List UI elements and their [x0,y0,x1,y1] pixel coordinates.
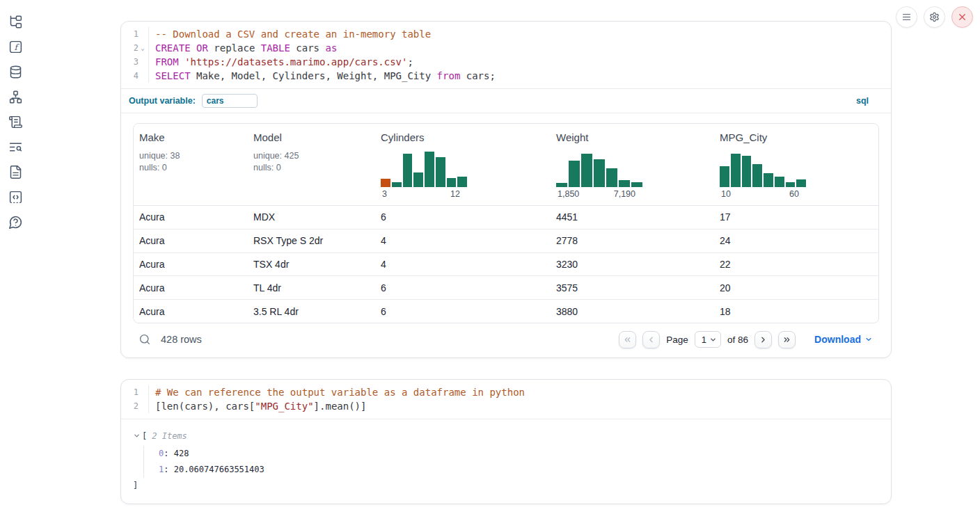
sidebar: f [0,0,31,230]
python-cell: 1# We can reference the output variable … [120,379,892,504]
column-header-make[interactable]: Makeunique: 38nulls: 0 [134,124,248,205]
column-stat: unique: 38 [139,150,180,162]
scroll-icon[interactable] [8,114,23,129]
table-row[interactable]: AcuraMDX6445117 [134,206,878,229]
histogram-bar[interactable] [457,177,467,187]
token-kw: from [437,70,461,81]
column-header-model[interactable]: Modelunique: 425nulls: 0 [248,124,375,205]
histogram-bar[interactable] [775,177,784,187]
histogram-bar[interactable] [556,183,567,187]
settings-button[interactable] [924,6,945,28]
first-page-button[interactable] [619,331,636,348]
sql-code-editor[interactable]: 1-- Download a CSV and create an in-memo… [121,22,891,88]
page-label: Page [666,335,688,345]
output-tree-root: [ 2 Items [133,430,880,442]
download-button[interactable]: Download [814,334,873,345]
histogram-bar[interactable] [392,182,402,187]
language-badge[interactable]: sql [856,96,869,106]
table-cell: Acura [134,230,248,252]
previous-page-button[interactable] [642,331,660,348]
table-row[interactable]: Acura3.5 RL 4dr6388018 [134,299,878,323]
code-text: [len(cars), cars["MPG_City"].mean()] [148,399,891,413]
code-line: 3FROM 'https://datasets.marimo.app/cars.… [121,55,891,69]
table-row[interactable]: AcuraTL 4dr6357520 [134,275,878,299]
next-page-button[interactable] [754,331,772,348]
table-cell: 24 [714,230,878,252]
python-code-editor[interactable]: 1# We can reference the output variable … [121,380,891,419]
column-header-mpg_city[interactable]: MPG_City1060 [714,124,878,205]
output-entry: 0: 428 [159,446,880,462]
histogram-bar[interactable] [381,179,390,187]
histogram-bar[interactable] [786,182,796,187]
row-count: 428 rows [161,334,202,345]
table-cell: 4 [375,253,551,276]
download-label: Download [814,334,861,345]
histogram-bar[interactable] [619,180,630,187]
histogram-bar[interactable] [594,159,605,187]
gutter: 2⌄ [121,41,147,55]
histogram-bar[interactable] [796,179,806,187]
notebook: 1-- Download a CSV and create an in-memo… [120,21,892,504]
snippets-icon[interactable] [8,189,23,204]
page-number-select[interactable]: 1 [695,331,721,348]
histogram-bar[interactable] [606,168,617,187]
token-str: 'https://datasets.marimo.app/cars.csv' [184,56,407,67]
table-cell: MDX [248,206,375,229]
histogram-bar[interactable] [403,154,413,187]
histogram-bars [720,151,806,187]
token-str: "MPG_City" [255,401,313,412]
chevron-down-icon [864,335,873,344]
histogram-bar[interactable] [631,182,642,187]
histogram-bar[interactable] [425,152,434,187]
function-icon[interactable]: f [8,39,23,54]
file-tree-icon[interactable] [8,14,23,29]
table-cell: Acura [134,253,248,276]
shutdown-button[interactable] [951,6,973,28]
code-text: FROM 'https://datasets.marimo.app/cars.c… [148,55,891,69]
histogram-bar[interactable] [742,156,752,187]
search-icon[interactable] [139,333,151,346]
last-page-button[interactable] [778,331,796,348]
table-row[interactable]: AcuraRSX Type S 2dr4277824 [134,229,878,252]
fold-icon[interactable]: ⌄ [139,41,147,55]
table-footer: 428 rows Page 1 of 86 [121,323,891,357]
token-plain: ; [407,56,413,67]
pagination: Page 1 of 86 Download [619,331,873,348]
table-row[interactable]: AcuraTSX 4dr4323022 [134,252,878,276]
histogram-bar[interactable] [731,154,741,187]
document-icon[interactable] [8,164,23,179]
code-text: # We can reference the output variable a… [148,385,891,399]
histogram-bar[interactable] [720,166,729,187]
axis-min-label: 3 [382,189,387,199]
token-kw: OR [196,42,208,54]
histogram-bar[interactable] [752,164,762,187]
histogram-axis-labels: 312 [381,187,467,199]
menu-button[interactable] [896,6,917,28]
gutter: 4 [121,69,147,83]
table-cell: 6 [375,276,551,299]
output-tree-entries: 0: 4281: 20.060747663551403 [143,446,880,478]
table-cell: 3880 [551,300,714,323]
histogram-bar[interactable] [569,161,580,187]
table-cell: 17 [714,206,878,229]
histogram-bar[interactable] [764,173,773,187]
histogram-bar[interactable] [581,154,592,187]
histogram-bar[interactable] [436,157,445,187]
histogram-bars [381,151,467,187]
dependency-graph-icon[interactable] [8,89,23,104]
chevron-down-icon[interactable] [133,432,141,440]
database-icon[interactable] [8,64,23,79]
log-search-icon[interactable] [8,139,23,154]
close-icon [957,12,967,22]
axis-min-label: 1,850 [558,189,579,199]
table-cell: 4 [375,230,551,252]
line-number: 1 [134,27,139,41]
table-cell: 3230 [551,253,714,276]
code-line: 1# We can reference the output variable … [121,385,891,399]
column-header-cylinders[interactable]: Cylinders312 [375,124,551,205]
histogram-bar[interactable] [447,178,457,187]
histogram-bar[interactable] [413,172,423,187]
output-variable-input[interactable] [202,94,258,108]
help-icon[interactable] [8,214,23,230]
column-header-weight[interactable]: Weight1,8507,190 [551,124,714,205]
